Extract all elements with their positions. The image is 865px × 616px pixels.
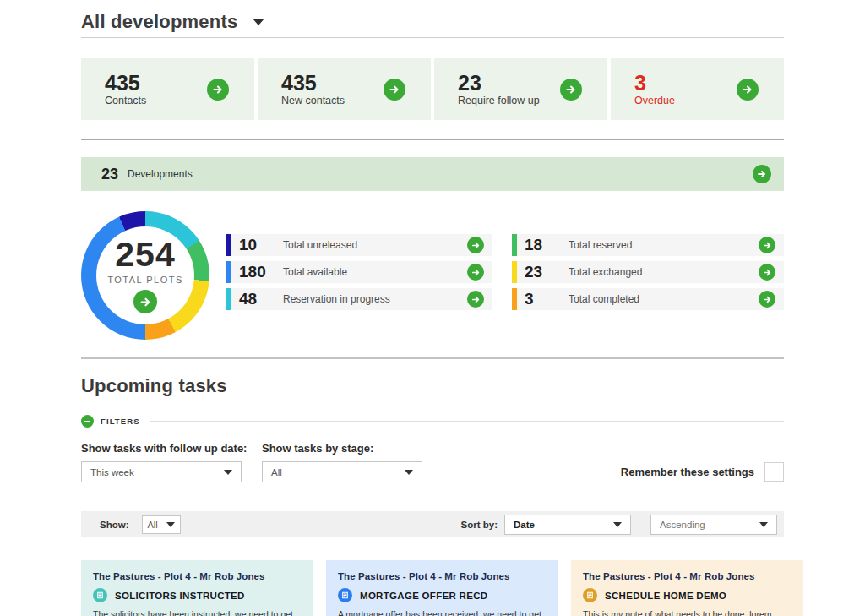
task-note-text: This is my note of what needs to be done…: [583, 608, 792, 616]
sort-direction-select[interactable]: Ascending: [650, 515, 777, 535]
list-controls-bar: Show: All Sort by: Date Ascending: [81, 511, 784, 537]
plot-stat-total-reserved[interactable]: 18 Total reserved: [512, 234, 784, 256]
total-plots-donut-chart: 254 TOTAL PLOTS: [81, 211, 209, 340]
stat-label: Total reserved: [569, 239, 759, 251]
upcoming-tasks-title: Upcoming tasks: [81, 375, 784, 397]
plot-stat-total-exchanged[interactable]: 23 Total exchanged: [512, 261, 784, 283]
stat-card-overdue[interactable]: 3 Overdue: [611, 58, 784, 120]
arrow-right-icon[interactable]: [467, 291, 484, 308]
task-card-solicitors-instructed[interactable]: The Pastures - Plot 4 - Mr Rob Jones SOL…: [81, 560, 313, 616]
arrow-right-icon[interactable]: [384, 79, 405, 101]
follow-up-date-label: Show tasks with follow up date:: [81, 442, 242, 455]
stat-value: 3: [525, 290, 569, 308]
arrow-right-icon[interactable]: [133, 290, 157, 313]
total-plots-label: TOTAL PLOTS: [107, 275, 183, 285]
stat-label: Contacts: [105, 95, 146, 106]
sort-field-select[interactable]: Date: [504, 515, 631, 535]
stage-value: All: [271, 467, 282, 477]
filter-controls: Show tasks with follow up date: This wee…: [81, 442, 784, 482]
plot-stat-total-unreleased[interactable]: 10 Total unreleased: [226, 234, 492, 256]
stat-label: New contacts: [281, 95, 345, 106]
stat-value: 23: [458, 72, 540, 94]
stats-row: 435 Contacts 435 New contacts 23 Require…: [81, 58, 784, 120]
arrow-right-icon[interactable]: [737, 79, 759, 101]
arrow-right-icon[interactable]: [759, 264, 775, 281]
developments-label: Developments: [128, 168, 193, 180]
stat-label: Total exchanged: [569, 266, 759, 278]
developments-count: 23: [101, 166, 118, 183]
task-stage-label: SOLICITORS INSTRUCTED: [115, 591, 245, 601]
collapse-minus-icon[interactable]: [81, 415, 94, 428]
task-stage-label: SCHEDULE HOME DEMO: [605, 591, 726, 601]
stat-label: Total completed: [569, 293, 759, 305]
arrow-right-icon[interactable]: [753, 165, 771, 183]
stat-value: 18: [525, 236, 569, 254]
chevron-down-icon: [613, 522, 622, 527]
stat-value: 10: [239, 236, 283, 254]
show-select[interactable]: All: [142, 515, 181, 534]
stat-value: 180: [239, 263, 283, 281]
task-title: The Pastures - Plot 4 - Mr Rob Jones: [93, 571, 302, 581]
stat-card-contacts[interactable]: 435 Contacts: [81, 58, 254, 120]
stat-card-new-contacts[interactable]: 435 New contacts: [258, 58, 431, 120]
follow-up-date-value: This week: [90, 467, 134, 477]
arrow-right-icon[interactable]: [467, 264, 484, 281]
show-label: Show:: [100, 520, 129, 530]
task-title: The Pastures - Plot 4 - Mr Rob Jones: [338, 571, 547, 581]
chevron-down-icon: [224, 470, 232, 475]
stat-label: Reservation in progress: [283, 293, 467, 305]
task-card-mortgage-offer-recd[interactable]: The Pastures - Plot 4 - Mr Rob Jones MOR…: [326, 560, 558, 616]
total-plots-value: 254: [115, 237, 175, 272]
filters-divider-line: [150, 421, 784, 422]
stat-label: Overdue: [634, 95, 675, 106]
page-title: All developments: [81, 11, 237, 33]
donut-center: 254 TOTAL PLOTS: [96, 226, 194, 324]
stage-select[interactable]: All: [262, 461, 422, 482]
chevron-down-icon: [166, 522, 175, 527]
filters-label: FILTERS: [101, 417, 140, 426]
sort-direction-value: Ascending: [660, 520, 705, 530]
chevron-down-icon: [405, 470, 413, 475]
show-value: All: [148, 520, 158, 530]
filters-toggle-row: FILTERS: [81, 415, 784, 428]
chevron-down-icon: [759, 522, 768, 527]
stat-value: 435: [105, 72, 146, 94]
task-title: The Pastures - Plot 4 - Mr Rob Jones: [583, 571, 792, 581]
developments-banner[interactable]: 23 Developments: [81, 157, 784, 191]
arrow-right-icon[interactable]: [207, 79, 229, 101]
task-stage-label: MORTGAGE OFFER RECD: [360, 591, 487, 601]
section-divider: [81, 139, 784, 140]
chevron-down-icon[interactable]: [253, 19, 264, 25]
stat-value: 23: [525, 263, 569, 281]
plot-stat-reservation-in-progress[interactable]: 48 Reservation in progress: [226, 288, 492, 310]
arrow-right-icon[interactable]: [759, 237, 775, 253]
arrow-right-icon[interactable]: [467, 237, 484, 253]
note-icon: [93, 588, 107, 602]
stat-value: 3: [634, 72, 675, 94]
follow-up-date-select[interactable]: This week: [81, 461, 242, 482]
task-note-text: A mortgage offer has been received, we n…: [338, 608, 547, 616]
remember-settings-checkbox[interactable]: [764, 462, 784, 482]
stage-label: Show tasks by stage:: [262, 442, 422, 455]
plot-stat-total-available[interactable]: 180 Total available: [226, 261, 492, 283]
plot-stats: 10 Total unreleased 180 Total available …: [226, 210, 784, 343]
stat-label: Total unreleased: [283, 239, 467, 251]
stat-label: Total available: [283, 266, 467, 278]
task-cards-row: The Pastures - Plot 4 - Mr Rob Jones SOL…: [81, 560, 803, 616]
stat-value: 48: [239, 290, 283, 308]
task-card-schedule-home-demo[interactable]: The Pastures - Plot 4 - Mr Rob Jones SCH…: [571, 560, 803, 616]
remember-settings-label: Remember these settings: [621, 466, 754, 478]
arrow-right-icon[interactable]: [759, 291, 775, 308]
sort-field-value: Date: [514, 520, 535, 530]
stat-card-require-follow-up[interactable]: 23 Require follow up: [434, 58, 607, 120]
sort-by-label: Sort by:: [461, 520, 498, 530]
note-icon: [338, 588, 352, 602]
page-header: All developments: [81, 0, 784, 38]
plots-overview: 254 TOTAL PLOTS 10 Total unreleased 180 …: [81, 210, 784, 343]
stat-label: Require follow up: [458, 95, 540, 106]
task-note-text: The solicitors have been instructed, we …: [93, 608, 302, 616]
arrow-right-icon[interactable]: [560, 79, 582, 101]
stat-value: 435: [281, 72, 345, 94]
plot-stat-total-completed[interactable]: 3 Total completed: [512, 288, 784, 310]
note-icon: [583, 588, 597, 602]
